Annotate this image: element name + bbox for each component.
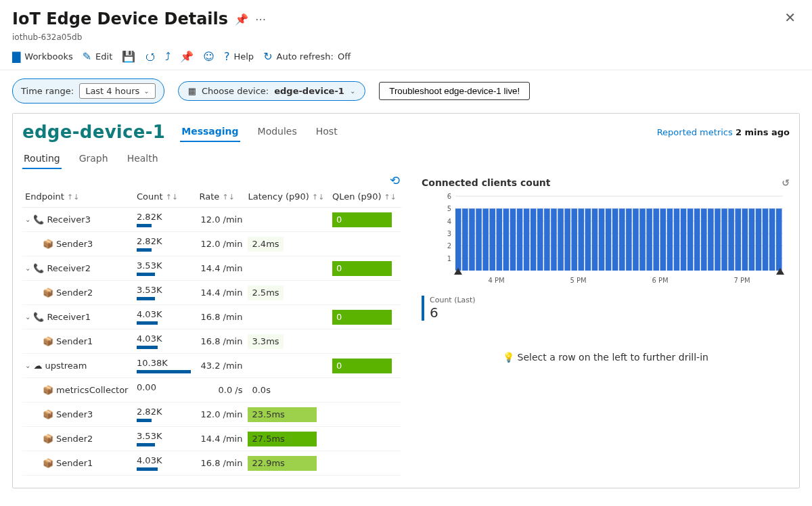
- svg-rect-23: [531, 208, 537, 271]
- troubleshoot-button[interactable]: Troubleshoot edge-device-1 live!: [379, 82, 530, 100]
- workbooks-button[interactable]: ▇Workbooks: [12, 50, 73, 63]
- svg-rect-43: [667, 208, 673, 271]
- table-row[interactable]: 📦 Sender23.53K14.4 /min27.5ms: [22, 427, 401, 451]
- clock-icon: ↻: [263, 50, 272, 63]
- device-selector[interactable]: ▦ Choose device: edge-device-1 ⌄: [178, 81, 366, 101]
- svg-rect-56: [756, 208, 762, 271]
- svg-rect-12: [455, 208, 461, 271]
- table-row[interactable]: ⌄ 📞 Receiver23.53K14.4 /min0: [22, 256, 401, 281]
- svg-rect-14: [469, 208, 475, 271]
- table-row[interactable]: 📦 Sender14.03K16.8 /min22.9ms: [22, 451, 401, 476]
- subtab-health[interactable]: Health: [126, 149, 160, 169]
- svg-rect-50: [715, 208, 721, 271]
- table-row[interactable]: ⌄ 📞 Receiver32.82K12.0 /min0: [22, 208, 401, 232]
- metrics-age: Reported metrics 2 mins ago: [657, 127, 790, 137]
- smile-icon: ☺: [203, 50, 215, 63]
- table-row[interactable]: 📦 Sender32.82K12.0 /min23.5ms: [22, 402, 401, 427]
- svg-rect-52: [728, 208, 734, 271]
- table-row[interactable]: 📦 Sender14.03K16.8 /min3.3ms: [22, 329, 401, 354]
- svg-rect-45: [681, 208, 687, 271]
- help-button[interactable]: ?Help: [224, 50, 254, 63]
- svg-rect-35: [612, 208, 618, 271]
- svg-rect-44: [674, 208, 680, 271]
- svg-rect-16: [482, 208, 489, 271]
- table-row[interactable]: ⌄ ☁ upstream10.38K43.2 /min0: [22, 354, 401, 378]
- svg-text:3: 3: [447, 230, 451, 237]
- pin-icon[interactable]: 📌: [235, 13, 248, 26]
- svg-rect-29: [571, 208, 577, 271]
- svg-rect-25: [544, 208, 550, 271]
- close-icon[interactable]: ✕: [780, 9, 800, 26]
- svg-text:4 PM: 4 PM: [488, 277, 504, 284]
- svg-rect-18: [497, 208, 503, 271]
- svg-text:6 PM: 6 PM: [652, 277, 668, 284]
- feedback-button[interactable]: ☺: [203, 50, 215, 63]
- svg-rect-20: [510, 208, 516, 271]
- more-icon[interactable]: ⋯: [255, 13, 266, 26]
- svg-rect-19: [503, 208, 510, 271]
- svg-rect-40: [646, 208, 652, 271]
- table-row[interactable]: 📦 Sender32.82K12.0 /min2.4ms: [22, 232, 401, 256]
- chevron-down-icon: ⌄: [143, 87, 149, 95]
- main-tabs: MessagingModulesHost: [180, 122, 338, 142]
- workbook-icon: ▇: [12, 50, 20, 63]
- col-count[interactable]: Count ↑↓: [134, 187, 197, 208]
- tab-host[interactable]: Host: [315, 122, 339, 142]
- chevron-down-icon: ⌄: [350, 87, 355, 95]
- col-qlen-p90-[interactable]: QLen (p90) ↑↓: [330, 187, 401, 208]
- table-row[interactable]: 📦 Sender23.53K14.4 /min2.5ms: [22, 281, 401, 305]
- page-title: IoT Edge Device Details: [12, 9, 228, 28]
- drilldown-hint: 💡 Select a row on the left to further dr…: [422, 352, 790, 363]
- chart-title: Connected clients count: [422, 177, 551, 188]
- col-latency-p90-[interactable]: Latency (p90) ↑↓: [245, 187, 329, 208]
- svg-rect-47: [694, 208, 700, 271]
- subtab-graph[interactable]: Graph: [78, 149, 110, 169]
- svg-rect-59: [776, 208, 782, 271]
- col-rate[interactable]: Rate ↑↓: [197, 187, 246, 208]
- svg-text:7 PM: 7 PM: [734, 277, 750, 284]
- device-name: edge-device-1: [22, 122, 165, 142]
- svg-text:6: 6: [447, 193, 451, 200]
- edit-button[interactable]: ✎Edit: [83, 50, 113, 63]
- table-row[interactable]: ⌄ 📞 Receiver14.03K16.8 /min0: [22, 305, 401, 329]
- sub-tabs: RoutingGraphHealth: [22, 149, 790, 169]
- pencil-icon: ✎: [83, 50, 91, 63]
- svg-rect-37: [626, 208, 632, 271]
- svg-rect-38: [633, 208, 639, 271]
- svg-rect-53: [735, 208, 741, 271]
- svg-rect-26: [551, 208, 557, 271]
- routing-table: Endpoint ↑↓Count ↑↓Rate ↑↓Latency (p90) …: [22, 187, 401, 476]
- refresh-button[interactable]: ⭯: [145, 50, 156, 63]
- col-endpoint[interactable]: Endpoint ↑↓: [22, 187, 134, 208]
- svg-rect-46: [687, 208, 694, 271]
- table-row[interactable]: 📦 metricsCollector0.000.0 /s0.0s: [22, 378, 401, 402]
- svg-rect-36: [619, 208, 625, 271]
- svg-rect-17: [489, 208, 495, 271]
- svg-rect-30: [579, 208, 585, 271]
- svg-rect-33: [599, 208, 605, 271]
- share-icon: ⤴: [165, 50, 171, 63]
- svg-rect-39: [639, 208, 646, 271]
- svg-rect-15: [476, 208, 482, 271]
- svg-rect-48: [701, 208, 707, 271]
- subtab-routing[interactable]: Routing: [22, 149, 62, 169]
- pin-button[interactable]: 📌: [180, 50, 194, 63]
- help-icon: ?: [224, 50, 230, 63]
- svg-rect-31: [585, 208, 591, 271]
- svg-text:5 PM: 5 PM: [570, 277, 586, 284]
- table-refresh-button[interactable]: ⟲: [22, 173, 401, 187]
- refresh-icon: ⭯: [145, 50, 156, 63]
- tab-messaging[interactable]: Messaging: [180, 122, 240, 142]
- svg-rect-27: [558, 208, 564, 271]
- save-button[interactable]: 💾: [122, 50, 135, 63]
- svg-rect-54: [742, 208, 748, 271]
- history-icon[interactable]: ↺: [782, 177, 790, 188]
- share-button[interactable]: ⤴: [165, 50, 171, 63]
- svg-rect-49: [708, 208, 714, 271]
- pin-icon: 📌: [180, 50, 194, 63]
- device-icon: ▦: [188, 86, 196, 96]
- tab-modules[interactable]: Modules: [256, 122, 298, 142]
- autorefresh-button[interactable]: ↻Auto refresh: Off: [263, 50, 351, 63]
- connected-clients-chart[interactable]: 1234564 PM5 PM6 PM7 PM: [422, 192, 790, 289]
- timerange-selector[interactable]: Time range: Last 4 hours⌄: [12, 78, 164, 104]
